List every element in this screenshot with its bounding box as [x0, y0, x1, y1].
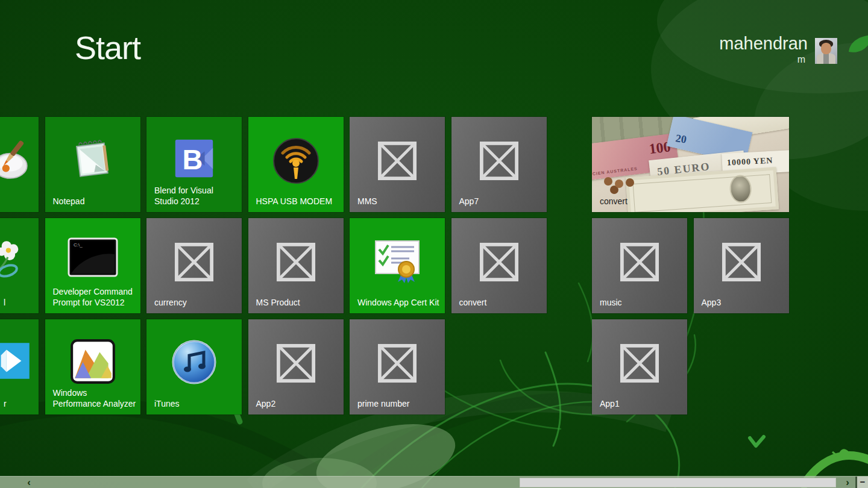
- user-secondary-name: m: [719, 54, 808, 65]
- scrollbar-thumb[interactable]: [520, 478, 836, 487]
- tile-ms-product[interactable]: MS Product: [248, 218, 344, 313]
- tile-label: prime number: [357, 398, 442, 409]
- hspa-modem-icon: [270, 135, 322, 189]
- placeholder-x-icon: [479, 141, 519, 183]
- page-title: Start: [75, 29, 140, 66]
- tile-label: music: [600, 297, 684, 308]
- tile-label: convert: [600, 196, 786, 207]
- avatar-face: [821, 43, 831, 54]
- paint-icon: [0, 135, 35, 187]
- tile-partial-app-row2[interactable]: l: [0, 218, 39, 313]
- tile-mms[interactable]: MMS: [350, 117, 445, 212]
- tile-label: Blend for Visual Studio 2012: [154, 185, 239, 207]
- placeholder-x-icon: [276, 242, 316, 284]
- avatar[interactable]: [815, 38, 837, 64]
- tile-app3[interactable]: App3: [694, 218, 789, 313]
- placeholder-x-icon: [620, 242, 659, 284]
- tile-label: App3: [702, 297, 786, 308]
- placeholder-x-icon: [377, 343, 417, 386]
- placeholder-x-icon: [620, 343, 659, 386]
- tile-label: l: [4, 297, 36, 308]
- certificate-icon: [371, 236, 424, 288]
- bird-icon: [750, 437, 764, 446]
- placeholder-x-icon: [722, 242, 761, 284]
- tile-app2[interactable]: App2: [248, 319, 344, 414]
- start-screen: Start mahendran m NotepadBBlend for Visu…: [0, 0, 868, 488]
- tile-convert-photo[interactable]: 100Cien Australes2050 EURO10000 YENconve…: [592, 117, 789, 212]
- tile-label: MS Product: [256, 297, 341, 308]
- scroll-right-arrow[interactable]: ›: [838, 477, 857, 488]
- tile-label: Developer Command Prompt for VS2012: [53, 286, 137, 308]
- tile-label: currency: [154, 297, 239, 308]
- user-name: mahendran: [719, 34, 808, 53]
- avatar-scarf: [823, 54, 829, 64]
- tile-label: convert: [459, 297, 544, 308]
- tile-label: Windows Performance Analyzer: [53, 387, 137, 409]
- console-icon: C:\_: [66, 236, 119, 282]
- tile-music[interactable]: music: [592, 218, 687, 313]
- tile-label: Windows App Cert Kit: [357, 297, 442, 308]
- tile-windows-app-cert-kit[interactable]: Windows App Cert Kit: [350, 218, 445, 313]
- visual-studio-icon: [0, 337, 35, 387]
- tile-itunes[interactable]: iTunes: [146, 319, 242, 414]
- tile-app1[interactable]: App1: [592, 319, 687, 414]
- tile-currency[interactable]: currency: [146, 218, 242, 313]
- tile-app7[interactable]: App7: [451, 117, 547, 212]
- tile-hspa-usb-modem[interactable]: HSPA USB MODEM: [248, 117, 344, 212]
- svg-text:C:\_: C:\_: [74, 242, 83, 248]
- horizontal-scrollbar[interactable]: ‹ › −: [0, 476, 868, 488]
- scroll-left-arrow[interactable]: ‹: [22, 477, 36, 488]
- tile-blend-for-visual-studio-2012[interactable]: BBlend for Visual Studio 2012: [146, 117, 242, 212]
- coins: [604, 177, 612, 186]
- mountain-chart-icon: [69, 337, 117, 388]
- tile-label: Notepad: [53, 196, 137, 207]
- tile-prime-number[interactable]: prime number: [350, 319, 445, 414]
- placeholder-x-icon: [276, 343, 316, 386]
- tile-windows-performance-analyzer[interactable]: Windows Performance Analyzer: [45, 319, 140, 414]
- tile-partial-app-row3[interactable]: r: [0, 319, 39, 414]
- semantic-zoom-out-button[interactable]: −: [857, 477, 868, 488]
- notepad-icon: [69, 135, 117, 186]
- tile-developer-command-prompt-vs2012[interactable]: C:\_Developer Command Prompt for VS2012: [45, 218, 140, 313]
- tile-label: App7: [459, 196, 544, 207]
- svg-text:B: B: [183, 144, 203, 175]
- tile-notepad[interactable]: Notepad: [45, 117, 140, 212]
- blend-icon: B: [171, 135, 218, 184]
- tile-partial-app-row1[interactable]: [0, 117, 39, 212]
- user-tile[interactable]: mahendran m: [719, 34, 808, 65]
- placeholder-x-icon: [377, 141, 417, 183]
- flower-icon: [0, 236, 35, 288]
- tile-label: App1: [600, 398, 684, 409]
- tile-label: App2: [256, 398, 341, 409]
- placeholder-x-icon: [479, 242, 519, 284]
- tile-label: r: [4, 398, 36, 409]
- placeholder-x-icon: [174, 242, 214, 284]
- tile-label: MMS: [357, 196, 442, 207]
- itunes-icon: [169, 337, 219, 389]
- tile-label: iTunes: [154, 398, 239, 409]
- tile-label: HSPA USB MODEM: [256, 196, 341, 207]
- tile-convert[interactable]: convert: [451, 218, 547, 313]
